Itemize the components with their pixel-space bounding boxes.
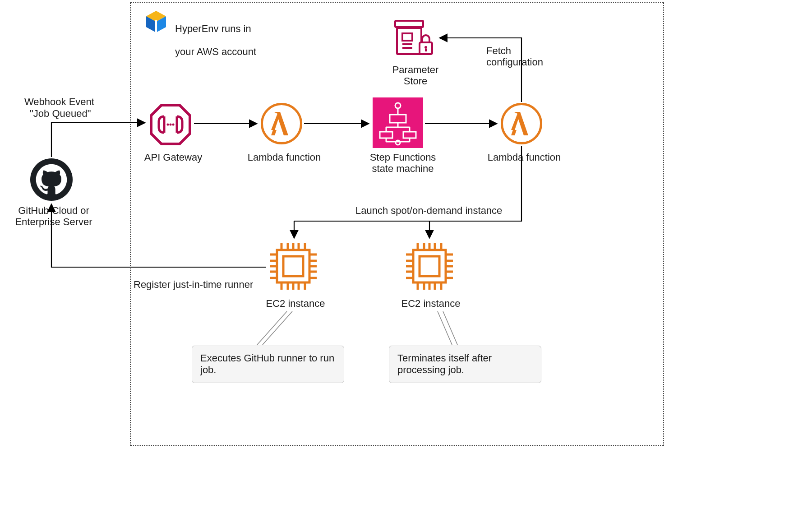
svg-rect-31 bbox=[283, 256, 303, 276]
ec2-1-label: EC2 instance bbox=[262, 298, 329, 309]
svg-point-6 bbox=[167, 124, 169, 126]
step-functions-label: Step Functions state machine bbox=[364, 152, 441, 175]
ec2-2-label: EC2 instance bbox=[397, 298, 465, 309]
parameter-store-icon bbox=[392, 18, 436, 58]
parameter-store-label: Parameter Store bbox=[386, 64, 445, 87]
lambda1-icon bbox=[261, 103, 302, 144]
header-line2: your AWS account bbox=[175, 46, 256, 57]
svg-rect-53 bbox=[420, 256, 439, 276]
svg-rect-11 bbox=[390, 115, 406, 123]
webhook-event-line1: Webhook Event bbox=[24, 96, 94, 107]
svg-rect-30 bbox=[277, 250, 309, 282]
hyperenv-logo-icon bbox=[143, 10, 169, 35]
svg-point-8 bbox=[172, 124, 175, 126]
ec2-1-icon bbox=[268, 241, 318, 291]
register-runner-label: Register just-in-time runner bbox=[134, 279, 253, 290]
ec2-1-note: Executes GitHub runner to run job. bbox=[192, 346, 344, 383]
webhook-event-line2: "Job Queued" bbox=[30, 108, 91, 119]
lambda2-label: Lambda function bbox=[484, 152, 565, 163]
svg-rect-16 bbox=[380, 132, 392, 138]
svg-rect-3 bbox=[155, 20, 157, 33]
github-label: GitHub Cloud or Enterprise Server bbox=[6, 205, 101, 228]
svg-rect-24 bbox=[402, 33, 412, 41]
svg-rect-17 bbox=[403, 132, 416, 138]
header-line1: HyperEnv runs in bbox=[175, 23, 251, 34]
lambda2-icon bbox=[501, 103, 542, 144]
launch-instance-label: Launch spot/on-demand instance bbox=[355, 205, 502, 216]
svg-point-9 bbox=[395, 103, 401, 108]
svg-point-21 bbox=[396, 140, 400, 145]
svg-rect-52 bbox=[413, 250, 446, 282]
api-gateway-label: API Gateway bbox=[142, 152, 205, 163]
svg-point-7 bbox=[170, 124, 172, 126]
api-gateway-icon bbox=[149, 103, 192, 146]
header-text: HyperEnv runs in your AWS account bbox=[175, 12, 256, 57]
step-functions-icon bbox=[373, 97, 423, 148]
svg-point-28 bbox=[424, 46, 427, 49]
svg-rect-22 bbox=[395, 21, 423, 27]
github-icon bbox=[30, 158, 73, 201]
fetch-config-label: Fetch configuration bbox=[486, 45, 543, 68]
ec2-2-icon bbox=[404, 241, 455, 291]
ec2-2-note: Terminates itself after processing job. bbox=[389, 346, 541, 383]
lambda1-label: Lambda function bbox=[244, 152, 325, 163]
